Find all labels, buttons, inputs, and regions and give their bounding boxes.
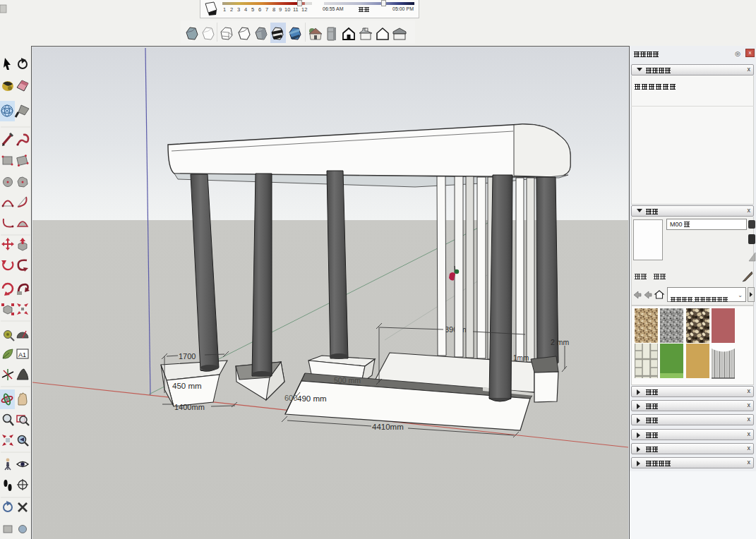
svg-text:500 mm: 500 mm [334,376,361,384]
svg-text:1mm: 1mm [513,354,529,362]
svg-text:A1: A1 [18,351,26,358]
svg-text:1700: 1700 [179,352,196,361]
svg-text:2 mm: 2 mm [551,338,570,346]
svg-text:490 mm: 490 mm [297,394,327,403]
svg-text:450 mm: 450 mm [172,382,202,390]
svg-text:4410mm: 4410mm [372,423,404,431]
svg-text:600: 600 [284,394,297,402]
svg-text:1400mm: 1400mm [174,403,205,411]
